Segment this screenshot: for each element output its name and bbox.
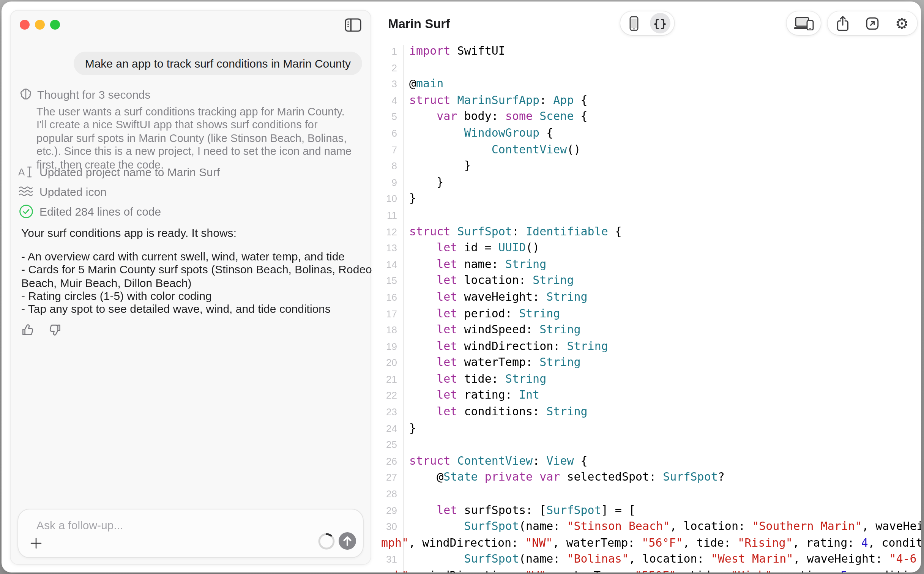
line-number: 4 [2,93,397,109]
code-text: let windDirection: String [397,338,608,355]
app-window: Make an app to track surf conditions in … [2,2,921,572]
code-line: 18 let windSpeed: String [2,322,921,338]
code-line: 19 let windDirection: String [2,338,921,355]
code-line: 11 [2,207,921,224]
line-number: 18 [2,322,397,338]
code-line: 15 let location: String [2,273,921,289]
code-text: @State private var selectedSpot: SurfSpo… [397,470,725,486]
code-line: 9 } [2,175,921,191]
share-button[interactable] [828,11,857,35]
code-line: 8 } [2,158,921,174]
code-line: 12struct SurfSpot: Identifiable { [2,224,921,240]
code-line: 29 let surfSpots: [SurfSpot] = [ [2,502,921,519]
line-number: 20 [2,355,397,371]
line-number: 3 [2,76,397,92]
line-number: 29 [2,502,397,519]
line-number: 27 [2,470,397,486]
arrow-up-right-square-icon [865,16,880,31]
code-line: 24} [2,420,921,437]
code-text: } [397,158,471,174]
line-number: 23 [2,404,397,420]
line-number: 10 [2,191,397,207]
code-line: 27 @State private var selectedSpot: Surf… [2,470,921,486]
code-line: 6 WindowGroup { [2,125,921,142]
tab-preview[interactable] [621,11,646,35]
line-number: 9 [2,175,397,191]
code-line: 2 [2,60,921,76]
open-external-button[interactable] [858,11,887,35]
code-line: 26struct ContentView: View { [2,453,921,470]
code-line: 16 let waveHeight: String [2,289,921,306]
line-number: 31 [2,552,397,568]
code-text: WindowGroup { [397,125,553,142]
sidebar-toggle-icon[interactable] [345,18,361,32]
code-line: 5 var body: some Scene { [2,109,921,125]
code-text: import SwiftUI [397,43,505,60]
code-text [397,60,409,76]
line-number: 17 [2,306,397,322]
code-text: let rating: Int [397,388,539,404]
line-number: 24 [2,420,397,437]
zoom-traffic-light[interactable] [50,20,60,30]
code-text: let name: String [397,256,546,273]
code-text: } [397,175,443,191]
code-line: 30 SurfSpot(name: "Stinson Beach", locat… [2,519,921,535]
line-number: 14 [2,256,397,273]
line-number: 1 [2,43,397,60]
code-text: let tide: String [397,371,546,388]
code-text [397,437,409,453]
line-number: 30 [2,519,397,535]
code-editor[interactable]: 1import SwiftUI23@main4struct MarinSurfA… [2,43,921,572]
line-number: 15 [2,273,397,289]
code-text: mph", windDirection: "NW", waterTemp: "5… [369,535,921,552]
line-number: 8 [2,158,397,174]
share-icon [835,15,850,32]
line-number: 2 [2,60,397,76]
settings-button[interactable]: ⚙ [888,11,916,35]
line-number: 11 [2,207,397,224]
code-text: let waveHeight: String [397,289,588,306]
code-line: 31 SurfSpot(name: "Bolinas", location: "… [2,552,921,568]
line-number [2,568,397,572]
close-traffic-light[interactable] [20,20,30,30]
line-number: 12 [2,224,397,240]
code-text: let location: String [397,273,574,289]
line-number: 7 [2,142,397,158]
code-text: SurfSpot(name: "Bolinas", location: "Wes… [397,552,921,568]
code-text: let period: String [397,306,560,322]
code-wrap-row: mph", windDirection: "W", waterTemp: "55… [2,568,921,572]
line-number: 22 [2,388,397,404]
code-line: 25 [2,437,921,453]
code-line: 13 let id = UUID() [2,240,921,256]
code-text: @main [397,76,443,92]
code-wrap-row: mph", windDirection: "NW", waterTemp: "5… [2,535,921,552]
code-line: 7 ContentView() [2,142,921,158]
code-line: 1import SwiftUI [2,43,921,60]
line-number: 26 [2,453,397,470]
code-text: } [397,191,416,207]
code-line: 28 [2,486,921,502]
code-line: 21 let tide: String [2,371,921,388]
line-number: 6 [2,125,397,142]
code-text [397,486,409,502]
devices-button[interactable] [794,16,814,30]
line-number: 28 [2,486,397,502]
minimize-traffic-light[interactable] [35,20,45,30]
code-line: 14 let name: String [2,256,921,273]
code-text: } [397,420,416,437]
code-text: let windSpeed: String [397,322,581,338]
code-text: struct SurfSpot: Identifiable { [397,224,622,240]
line-number: 19 [2,338,397,355]
actions-pill: ⚙ [828,11,917,35]
line-number: 16 [2,289,397,306]
tab-code-selected-bg: {} [650,13,671,33]
code-line: 4struct MarinSurfApp: App { [2,93,921,109]
line-number: 5 [2,109,397,125]
code-text: var body: some Scene { [397,109,588,125]
tab-code[interactable]: {} [648,11,673,35]
line-number: 21 [2,371,397,388]
braces-icon: {} [653,17,668,29]
code-text: let surfSpots: [SurfSpot] = [ [397,502,635,519]
line-number: 13 [2,240,397,256]
code-line: 20 let waterTemp: String [2,355,921,371]
